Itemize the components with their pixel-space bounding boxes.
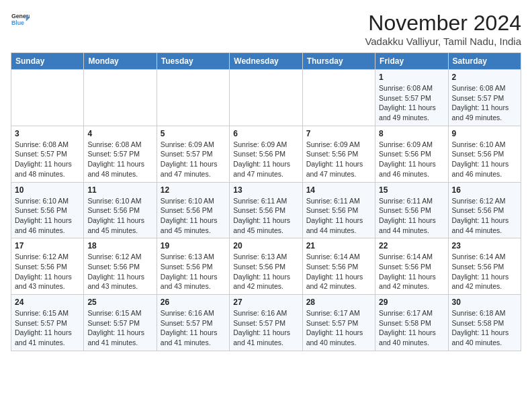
day-number: 15 [379,185,444,195]
day-info: Sunrise: 6:09 AMSunset: 5:56 PMDaylight:… [379,140,444,179]
calendar-cell: 24Sunrise: 6:15 AMSunset: 5:57 PMDayligh… [11,295,84,351]
calendar-cell: 5Sunrise: 6:09 AMSunset: 5:57 PMDaylight… [157,126,229,182]
day-info: Sunrise: 6:13 AMSunset: 5:56 PMDaylight:… [233,252,298,291]
day-number: 1 [379,73,444,82]
logo-icon: General Blue [11,11,30,30]
calendar-cell: 19Sunrise: 6:13 AMSunset: 5:56 PMDayligh… [157,238,229,295]
day-info: Sunrise: 6:14 AMSunset: 5:56 PMDaylight:… [379,252,444,291]
weekday-header: Thursday [302,53,375,70]
day-number: 29 [379,298,444,307]
calendar-header: SundayMondayTuesdayWednesdayThursdayFrid… [11,53,521,70]
calendar-cell [230,70,302,126]
calendar-cell: 30Sunrise: 6:18 AMSunset: 5:58 PMDayligh… [448,295,521,351]
calendar-cell: 7Sunrise: 6:09 AMSunset: 5:56 PMDaylight… [302,126,375,182]
calendar-cell: 18Sunrise: 6:12 AMSunset: 5:56 PMDayligh… [84,238,157,295]
svg-text:Blue: Blue [11,19,24,26]
calendar-cell: 11Sunrise: 6:10 AMSunset: 5:56 PMDayligh… [84,182,157,238]
day-info: Sunrise: 6:08 AMSunset: 5:57 PMDaylight:… [452,83,517,123]
day-info: Sunrise: 6:13 AMSunset: 5:56 PMDaylight:… [161,252,226,291]
calendar-cell: 4Sunrise: 6:08 AMSunset: 5:57 PMDaylight… [84,126,157,182]
day-info: Sunrise: 6:08 AMSunset: 5:57 PMDaylight:… [379,83,444,123]
day-info: Sunrise: 6:12 AMSunset: 5:56 PMDaylight:… [452,196,517,236]
day-info: Sunrise: 6:09 AMSunset: 5:56 PMDaylight:… [306,140,371,179]
day-info: Sunrise: 6:08 AMSunset: 5:57 PMDaylight:… [87,140,152,179]
day-number: 11 [87,185,152,195]
day-number: 24 [15,298,80,307]
weekday-header: Saturday [448,53,521,70]
title-block: November 2024 Vadakku Valliyur, Tamil Na… [365,11,521,47]
day-number: 19 [161,241,226,250]
calendar-cell [157,70,229,126]
day-info: Sunrise: 6:10 AMSunset: 5:56 PMDaylight:… [87,196,152,236]
day-info: Sunrise: 6:11 AMSunset: 5:56 PMDaylight:… [379,196,444,236]
day-number: 8 [379,129,444,138]
calendar-cell: 3Sunrise: 6:08 AMSunset: 5:57 PMDaylight… [11,126,84,182]
day-info: Sunrise: 6:08 AMSunset: 5:57 PMDaylight:… [15,140,80,179]
calendar-cell: 23Sunrise: 6:14 AMSunset: 5:56 PMDayligh… [448,238,521,295]
day-info: Sunrise: 6:16 AMSunset: 5:57 PMDaylight:… [161,308,226,348]
day-number: 13 [233,185,298,195]
day-number: 23 [452,241,517,250]
day-number: 14 [306,185,371,195]
calendar-cell: 15Sunrise: 6:11 AMSunset: 5:56 PMDayligh… [375,182,448,238]
calendar-cell: 26Sunrise: 6:16 AMSunset: 5:57 PMDayligh… [157,295,229,351]
calendar-cell: 6Sunrise: 6:09 AMSunset: 5:56 PMDaylight… [230,126,302,182]
day-number: 18 [87,241,152,250]
weekday-header: Friday [375,53,448,70]
page-subtitle: Vadakku Valliyur, Tamil Nadu, India [365,36,521,47]
day-number: 20 [233,241,298,250]
day-info: Sunrise: 6:17 AMSunset: 5:58 PMDaylight:… [379,308,444,348]
calendar-cell: 14Sunrise: 6:11 AMSunset: 5:56 PMDayligh… [302,182,375,238]
day-info: Sunrise: 6:09 AMSunset: 5:57 PMDaylight:… [161,140,226,179]
day-number: 10 [15,185,80,195]
day-info: Sunrise: 6:10 AMSunset: 5:56 PMDaylight:… [15,196,80,236]
calendar-cell [11,70,84,126]
day-info: Sunrise: 6:15 AMSunset: 5:57 PMDaylight:… [87,308,152,348]
weekday-header: Monday [84,53,157,70]
page-header: General Blue November 2024 Vadakku Valli… [11,11,521,47]
day-info: Sunrise: 6:15 AMSunset: 5:57 PMDaylight:… [15,308,80,348]
day-info: Sunrise: 6:16 AMSunset: 5:57 PMDaylight:… [233,308,298,348]
day-number: 16 [452,185,517,195]
day-info: Sunrise: 6:17 AMSunset: 5:57 PMDaylight:… [306,308,371,348]
day-number: 5 [161,129,226,138]
calendar-cell: 10Sunrise: 6:10 AMSunset: 5:56 PMDayligh… [11,182,84,238]
day-number: 3 [15,129,80,138]
calendar-cell: 9Sunrise: 6:10 AMSunset: 5:56 PMDaylight… [448,126,521,182]
logo: General Blue [11,11,30,30]
day-info: Sunrise: 6:11 AMSunset: 5:56 PMDaylight:… [233,196,298,236]
calendar-cell: 2Sunrise: 6:08 AMSunset: 5:57 PMDaylight… [448,70,521,126]
day-info: Sunrise: 6:14 AMSunset: 5:56 PMDaylight:… [306,252,371,291]
day-number: 12 [161,185,226,195]
calendar-cell: 17Sunrise: 6:12 AMSunset: 5:56 PMDayligh… [11,238,84,295]
day-info: Sunrise: 6:12 AMSunset: 5:56 PMDaylight:… [87,252,152,291]
day-number: 7 [306,129,371,138]
day-number: 22 [379,241,444,250]
day-info: Sunrise: 6:18 AMSunset: 5:58 PMDaylight:… [452,308,517,348]
day-info: Sunrise: 6:09 AMSunset: 5:56 PMDaylight:… [233,140,298,179]
calendar-cell: 22Sunrise: 6:14 AMSunset: 5:56 PMDayligh… [375,238,448,295]
day-number: 28 [306,298,371,307]
day-number: 17 [15,241,80,250]
day-number: 30 [452,298,517,307]
calendar-cell: 1Sunrise: 6:08 AMSunset: 5:57 PMDaylight… [375,70,448,126]
day-number: 25 [87,298,152,307]
day-number: 26 [161,298,226,307]
weekday-header: Tuesday [157,53,229,70]
calendar-cell: 16Sunrise: 6:12 AMSunset: 5:56 PMDayligh… [448,182,521,238]
calendar-cell [84,70,157,126]
day-number: 6 [233,129,298,138]
day-number: 4 [87,129,152,138]
day-number: 21 [306,241,371,250]
page-title: November 2024 [365,11,521,36]
calendar-cell: 20Sunrise: 6:13 AMSunset: 5:56 PMDayligh… [230,238,302,295]
calendar-cell: 25Sunrise: 6:15 AMSunset: 5:57 PMDayligh… [84,295,157,351]
day-number: 9 [452,129,517,138]
calendar-cell: 12Sunrise: 6:10 AMSunset: 5:56 PMDayligh… [157,182,229,238]
day-number: 2 [452,73,517,82]
day-info: Sunrise: 6:11 AMSunset: 5:56 PMDaylight:… [306,196,371,236]
day-info: Sunrise: 6:14 AMSunset: 5:56 PMDaylight:… [452,252,517,291]
calendar-cell: 28Sunrise: 6:17 AMSunset: 5:57 PMDayligh… [302,295,375,351]
calendar-table: SundayMondayTuesdayWednesdayThursdayFrid… [11,52,521,351]
calendar-cell [302,70,375,126]
